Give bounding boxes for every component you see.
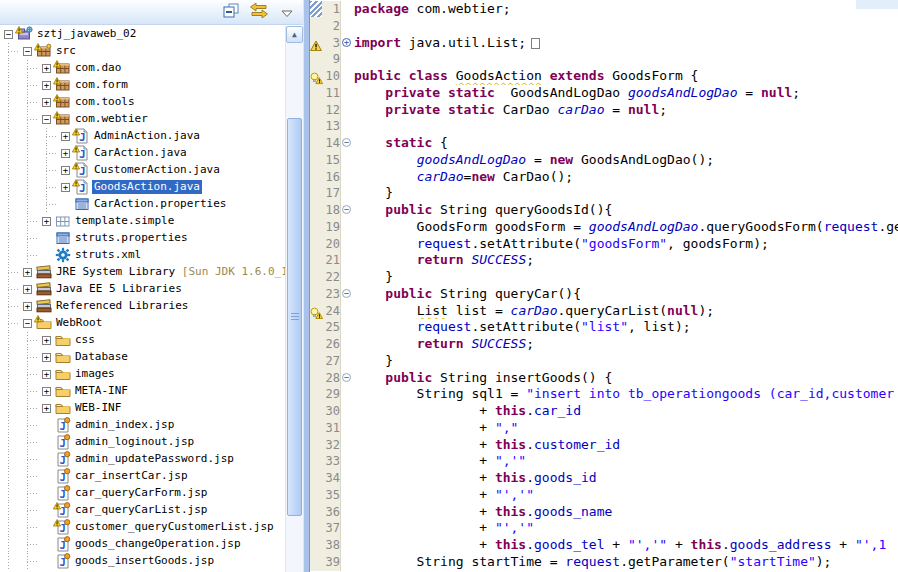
annotation-ruler[interactable] bbox=[310, 319, 323, 336]
expand-plus-toggle[interactable]: + bbox=[42, 404, 51, 413]
tree-item[interactable]: − WebRoot bbox=[0, 315, 303, 332]
tree-item[interactable]: + com.form bbox=[0, 77, 303, 94]
tree-item[interactable]: + template.simple bbox=[0, 213, 303, 230]
expand-plus-toggle[interactable]: + bbox=[42, 387, 51, 396]
annotation-ruler[interactable] bbox=[310, 303, 323, 320]
collapsed-region-box[interactable] bbox=[531, 38, 540, 49]
tree-item[interactable]: struts.properties bbox=[0, 230, 303, 247]
annotation-ruler[interactable] bbox=[310, 185, 323, 202]
annotation-ruler[interactable] bbox=[310, 286, 323, 303]
tree-item[interactable]: + J GoodsAction.java bbox=[0, 179, 303, 196]
tree-item[interactable]: struts.xml bbox=[0, 247, 303, 264]
annotation-ruler[interactable] bbox=[310, 202, 323, 219]
annotation-ruler[interactable] bbox=[310, 269, 323, 286]
tree-item[interactable]: + Database bbox=[0, 349, 303, 366]
tree-item[interactable]: J car_queryCarList.jsp bbox=[0, 502, 303, 519]
annotation-ruler[interactable] bbox=[310, 35, 323, 52]
annotation-ruler[interactable] bbox=[310, 487, 323, 504]
expand-plus-toggle[interactable]: + bbox=[42, 98, 51, 107]
expand-plus-toggle[interactable]: + bbox=[61, 166, 70, 175]
tree-item[interactable]: + Referenced Libraries bbox=[0, 298, 303, 315]
collapse-minus-toggle[interactable]: − bbox=[4, 30, 13, 39]
annotation-ruler[interactable] bbox=[310, 420, 323, 437]
tree-item[interactable]: + com.tools bbox=[0, 94, 303, 111]
tree-item[interactable]: + META-INF bbox=[0, 383, 303, 400]
annotation-ruler[interactable] bbox=[310, 18, 323, 35]
expand-plus-toggle[interactable]: + bbox=[61, 149, 70, 158]
scrollbar-thumb[interactable] bbox=[287, 118, 302, 516]
annotation-ruler[interactable] bbox=[310, 453, 323, 470]
tree-item[interactable]: J car_queryCarForm.jsp bbox=[0, 485, 303, 502]
annotation-ruler[interactable] bbox=[310, 118, 323, 135]
annotation-ruler[interactable] bbox=[310, 386, 323, 403]
annotation-ruler[interactable] bbox=[310, 403, 323, 420]
annotation-ruler[interactable] bbox=[310, 135, 323, 152]
expand-plus-toggle[interactable]: + bbox=[23, 268, 32, 277]
annotation-ruler[interactable] bbox=[310, 252, 323, 269]
tree-item[interactable]: J goods_changeOperation.jsp bbox=[0, 536, 303, 553]
expand-plus-toggle[interactable]: + bbox=[42, 353, 51, 362]
fold-collapse-toggle[interactable]: − bbox=[342, 373, 351, 382]
tree-item[interactable]: + css bbox=[0, 332, 303, 349]
tree-item[interactable]: + J CustomerAction.java bbox=[0, 162, 303, 179]
fold-collapse-toggle[interactable]: − bbox=[342, 289, 351, 298]
annotation-ruler[interactable] bbox=[310, 1, 323, 18]
annotation-ruler[interactable] bbox=[310, 236, 323, 253]
annotation-ruler[interactable] bbox=[310, 336, 323, 353]
tree-item[interactable]: CarAction.properties bbox=[0, 196, 303, 213]
tree-item[interactable]: − src bbox=[0, 43, 303, 60]
tree-item[interactable]: − sztj_javaweb_02 bbox=[0, 26, 303, 43]
annotation-ruler[interactable] bbox=[310, 437, 323, 454]
annotation-ruler[interactable] bbox=[310, 169, 323, 186]
tree-item[interactable]: + J CarAction.java bbox=[0, 145, 303, 162]
fold-collapse-toggle[interactable]: − bbox=[342, 138, 351, 147]
tree-item[interactable]: J admin_index.jsp bbox=[0, 417, 303, 434]
tree-item[interactable]: − com.webtier bbox=[0, 111, 303, 128]
fold-expand-toggle[interactable]: + bbox=[342, 38, 351, 47]
tree-item[interactable]: + images bbox=[0, 366, 303, 383]
expand-plus-toggle[interactable]: + bbox=[42, 64, 51, 73]
tree-item[interactable]: + J AdminAction.java bbox=[0, 128, 303, 145]
tree-item[interactable]: + Java EE 5 Libraries bbox=[0, 281, 303, 298]
expand-plus-toggle[interactable]: + bbox=[42, 81, 51, 90]
code-editor[interactable]: 1package com.webtier;2 3+import java.uti… bbox=[310, 0, 898, 572]
expand-plus-toggle[interactable]: + bbox=[61, 132, 70, 141]
view-menu-button[interactable] bbox=[277, 3, 297, 21]
expand-plus-toggle[interactable]: + bbox=[23, 302, 32, 311]
annotation-ruler[interactable] bbox=[310, 68, 323, 85]
annotation-ruler[interactable] bbox=[310, 554, 323, 571]
expand-plus-toggle[interactable]: + bbox=[61, 183, 70, 192]
expand-plus-toggle[interactable]: + bbox=[42, 336, 51, 345]
expand-plus-toggle[interactable]: + bbox=[42, 370, 51, 379]
collapse-all-button[interactable] bbox=[221, 3, 241, 21]
link-with-editor-button[interactable] bbox=[249, 3, 269, 21]
annotation-ruler[interactable] bbox=[310, 102, 323, 119]
tree-item[interactable]: J admin_loginout.jsp bbox=[0, 434, 303, 451]
tree-item[interactable]: + com.dao bbox=[0, 60, 303, 77]
annotation-ruler[interactable] bbox=[310, 51, 323, 68]
annotation-ruler[interactable] bbox=[310, 470, 323, 487]
tree-scrollbar[interactable]: ▲ bbox=[285, 26, 303, 572]
code-area[interactable]: 1package com.webtier;2 3+import java.uti… bbox=[310, 1, 898, 571]
annotation-ruler[interactable] bbox=[310, 353, 323, 370]
annotation-ruler[interactable] bbox=[310, 85, 323, 102]
tree-item[interactable]: J goods_insertGoods.jsp bbox=[0, 553, 303, 570]
annotation-ruler[interactable] bbox=[310, 537, 323, 554]
tree-item[interactable]: + WEB-INF bbox=[0, 400, 303, 417]
collapse-minus-toggle[interactable]: − bbox=[42, 115, 51, 124]
annotation-ruler[interactable] bbox=[310, 219, 323, 236]
annotation-ruler[interactable] bbox=[310, 152, 323, 169]
collapse-minus-toggle[interactable]: − bbox=[23, 319, 32, 328]
annotation-ruler[interactable] bbox=[310, 520, 323, 537]
tree-item[interactable]: J admin_updatePassword.jsp bbox=[0, 451, 303, 468]
scroll-up-button[interactable]: ▲ bbox=[286, 26, 303, 43]
panel-divider[interactable] bbox=[303, 0, 310, 572]
annotation-ruler[interactable] bbox=[310, 504, 323, 521]
tree-item[interactable]: J customer_queryCustomerList.jsp bbox=[0, 519, 303, 536]
expand-plus-toggle[interactable]: + bbox=[23, 285, 32, 294]
fold-collapse-toggle[interactable]: − bbox=[342, 205, 351, 214]
expand-plus-toggle[interactable]: + bbox=[42, 217, 51, 226]
tree-item[interactable]: J car_insertCar.jsp bbox=[0, 468, 303, 485]
collapse-minus-toggle[interactable]: − bbox=[23, 47, 32, 56]
annotation-ruler[interactable] bbox=[310, 370, 323, 387]
